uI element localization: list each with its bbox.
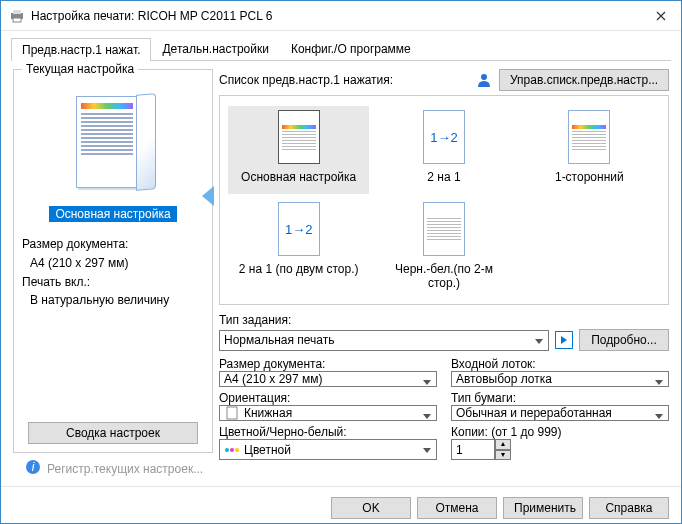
color-label: Цветной/Черно-белый:: [219, 425, 437, 439]
copies-label: Копии: (от 1 до 999): [451, 425, 669, 439]
preset-list: Основная настройка 1→2 2 на 1 1-сторонни…: [219, 95, 669, 305]
color-select[interactable]: Цветной: [219, 439, 437, 460]
job-type-select[interactable]: Нормальная печать: [219, 330, 549, 351]
user-icon: [477, 73, 495, 88]
preset-list-label: Список предв.настр.1 нажатия:: [219, 73, 393, 87]
svg-rect-2: [13, 18, 21, 22]
details-button[interactable]: Подробно...: [579, 329, 669, 351]
preset-1side[interactable]: 1-сторонний: [519, 106, 660, 194]
svg-rect-1: [13, 10, 21, 14]
tab-presets[interactable]: Предв.настр.1 нажат.: [11, 38, 151, 61]
window-title: Настройка печати: RICOH MP C2011 PCL 6: [31, 9, 641, 23]
arrow-icon: 1→2: [278, 202, 320, 256]
preset-label: 2 на 1 (по двум стор.): [239, 262, 359, 276]
color-dots-icon: [224, 443, 240, 457]
arrow-icon: 1→2: [423, 110, 465, 164]
current-preset-name: Основная настройка: [49, 206, 176, 222]
portrait-icon: [224, 406, 240, 420]
apply-button[interactable]: Применить: [503, 497, 583, 519]
preset-2on1[interactable]: 1→2 2 на 1: [373, 106, 514, 194]
arrow-left-icon: [202, 186, 214, 206]
close-button[interactable]: [641, 1, 681, 31]
help-button[interactable]: Справка: [589, 497, 669, 519]
summary-button[interactable]: Сводка настроек: [28, 422, 198, 444]
preset-label: Черн.-бел.(по 2-м стор.): [377, 262, 510, 290]
svg-rect-6: [227, 407, 237, 419]
copies-spinner[interactable]: ▲▼: [451, 439, 669, 460]
ok-button[interactable]: OK: [331, 497, 411, 519]
preset-bw-duplex[interactable]: Черн.-бел.(по 2-м стор.): [373, 198, 514, 294]
register-settings-link[interactable]: Регистр.текущих настроек...: [47, 462, 203, 476]
doc-size-select[interactable]: A4 (210 x 297 мм): [219, 371, 437, 387]
orient-label: Ориентация:: [219, 391, 437, 405]
doc-size-label: Размер документа:: [22, 236, 204, 253]
paper-label: Тип бумаги:: [451, 391, 669, 405]
printer-icon: [9, 8, 25, 24]
doc-info: Размер документа: A4 (210 x 297 мм) Печа…: [22, 236, 204, 311]
doc-size-label: Размер документа:: [219, 357, 437, 371]
tray-select[interactable]: Автовыбор лотка: [451, 371, 669, 387]
job-type-label: Тип задания:: [219, 313, 669, 327]
play-button[interactable]: [555, 331, 573, 349]
print-on-label: Печать вкл.:: [22, 274, 204, 291]
info-icon: i: [25, 459, 41, 478]
preset-label: 1-сторонний: [555, 170, 624, 184]
svg-text:i: i: [32, 460, 35, 474]
print-on-value: В натуральную величину: [22, 292, 204, 309]
spin-up[interactable]: ▲: [495, 439, 511, 450]
current-setting-group: Текущая настройка Основная настройка Раз…: [13, 69, 213, 453]
page-preview: [76, 96, 150, 196]
doc-size-value: A4 (210 x 297 мм): [22, 255, 204, 272]
tray-label: Входной лоток:: [451, 357, 669, 371]
preset-basic[interactable]: Основная настройка: [228, 106, 369, 194]
tab-bar: Предв.настр.1 нажат. Детальн.настройки К…: [11, 37, 671, 61]
tab-detailed[interactable]: Детальн.настройки: [151, 37, 279, 60]
group-legend: Текущая настройка: [22, 62, 138, 76]
orient-select[interactable]: Книжная: [219, 405, 437, 421]
manage-preset-list-button[interactable]: Управ.списк.предв.настр...: [499, 69, 669, 91]
tab-config[interactable]: Конфиг./О программе: [280, 37, 422, 60]
cancel-button[interactable]: Отмена: [417, 497, 497, 519]
preset-2on1-duplex[interactable]: 1→2 2 на 1 (по двум стор.): [228, 198, 369, 294]
paper-select[interactable]: Обычная и переработанная: [451, 405, 669, 421]
spin-down[interactable]: ▼: [495, 450, 511, 461]
svg-point-5: [481, 74, 487, 80]
preset-label: Основная настройка: [241, 170, 356, 184]
preset-label: 2 на 1: [427, 170, 460, 184]
copies-input[interactable]: [451, 439, 495, 460]
